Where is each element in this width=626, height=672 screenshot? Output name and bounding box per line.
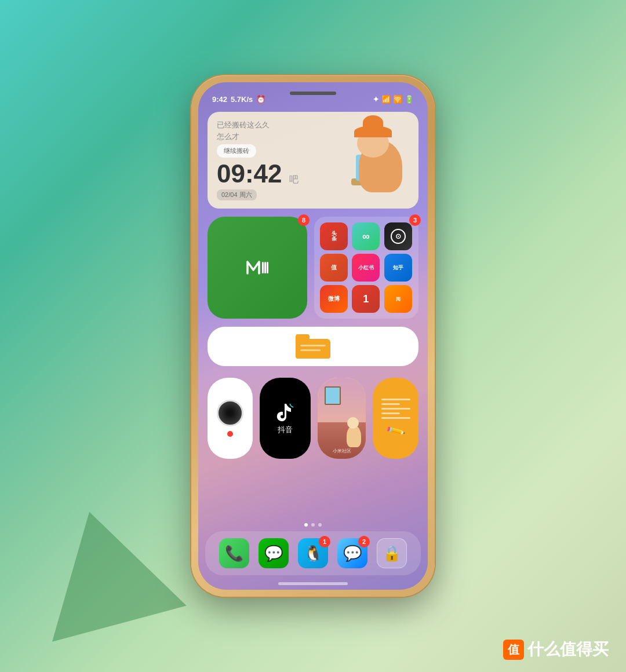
page-dot-2[interactable] xyxy=(311,523,315,527)
status-time: 9:42 xyxy=(212,95,227,104)
speaker xyxy=(290,92,336,95)
tiktok-icon xyxy=(275,401,296,422)
app-meituan[interactable]: ⊙ xyxy=(384,222,412,250)
illustration-pill-widget[interactable]: 小米社区 xyxy=(318,378,366,459)
camera-pill-widget[interactable] xyxy=(208,378,253,459)
continue-btn[interactable]: 继续搬砖 xyxy=(217,144,256,158)
widget-row-1: 8 3 xyxy=(208,217,418,319)
app-cainiao[interactable]: ∞ xyxy=(352,222,380,250)
app-xiaohongshu[interactable]: 小红书 xyxy=(352,254,380,282)
dock-messages[interactable]: 💬 2 xyxy=(337,538,367,568)
notes-pill-widget[interactable]: ✏️ xyxy=(373,378,418,459)
status-left: 9:42 5.7K/s ⏰ xyxy=(212,95,265,104)
phone-screen: 9:42 5.7K/s ⏰ ✦ 📶 🛜 🔋 已经搬砖这么久 怎么才 继续搬砖 xyxy=(198,82,428,590)
bluetooth-icon: ✦ xyxy=(373,95,379,104)
page-dots xyxy=(198,518,428,531)
screen-content: 已经搬砖这么久 怎么才 继续搬砖 09:42 吧 02/04 周六 xyxy=(198,107,428,518)
illus-text: 小米社区 xyxy=(333,448,351,454)
watermark: 值 什么值得买 xyxy=(503,638,609,660)
clock-time: 09:42 吧 xyxy=(217,161,351,187)
page-dot-3[interactable] xyxy=(318,523,322,527)
dock-lock[interactable]: 🔒 xyxy=(377,538,407,568)
notes-line-1 xyxy=(381,399,410,400)
dock-phone[interactable]: 📞 xyxy=(219,538,249,568)
page-dot-1[interactable] xyxy=(304,523,308,527)
svg-rect-1 xyxy=(262,262,264,273)
app-yidong[interactable]: 1 xyxy=(352,285,380,313)
clock-character xyxy=(351,129,409,192)
wifi-icon: 🛜 xyxy=(393,95,402,104)
app-grid: 头条 ∞ ⊙ 值 小红书 xyxy=(320,222,413,313)
clock-label: 怎么才 xyxy=(217,132,351,142)
dock: 📞 💬 🐧 1 💬 2 🔒 xyxy=(205,531,421,575)
app-special[interactable]: 阅 xyxy=(384,285,412,313)
folder-badge: 3 xyxy=(409,214,421,226)
status-speed: 5.7K/s xyxy=(231,95,253,104)
clock-suffix: 吧 xyxy=(289,174,299,184)
app-zhihu[interactable]: 知乎 xyxy=(384,254,412,282)
char-hat-top xyxy=(363,115,383,130)
app-weibo[interactable]: 微博 xyxy=(320,285,348,313)
illus-content: 小米社区 xyxy=(318,378,366,459)
watermark-label: 什么值得买 xyxy=(527,638,609,660)
notes-line-4 xyxy=(381,412,401,414)
notes-line-3 xyxy=(381,408,410,410)
dock-qq[interactable]: 🐧 1 xyxy=(298,538,328,568)
messages-badge: 2 xyxy=(358,536,370,547)
bottom-widgets-row: 抖音 小米社区 xyxy=(208,378,418,459)
app-zhi[interactable]: 值 xyxy=(320,254,348,282)
xiaomi-icon xyxy=(243,259,272,276)
xiaomi-home-widget[interactable]: 8 xyxy=(208,217,307,319)
battery-icon: 🔋 xyxy=(405,95,414,104)
camera-lens xyxy=(217,400,243,426)
notes-line-2 xyxy=(381,403,401,405)
app-folder-widget[interactable]: 3 头条 ∞ ⊙ 值 xyxy=(314,217,418,319)
svg-rect-2 xyxy=(264,262,266,273)
xiaomi-badge: 8 xyxy=(298,214,310,226)
widget-row-2 xyxy=(208,327,418,366)
clock-date: 02/04 周六 xyxy=(217,189,257,200)
qq-badge: 1 xyxy=(319,536,330,547)
svg-rect-3 xyxy=(267,262,268,273)
clock-widget[interactable]: 已经搬砖这么久 怎么才 继续搬砖 09:42 吧 02/04 周六 xyxy=(208,112,418,209)
notes-pen-icon: ✏️ xyxy=(385,420,406,441)
phone-frame: 9:42 5.7K/s ⏰ ✦ 📶 🛜 🔋 已经搬砖这么久 怎么才 继续搬砖 xyxy=(191,75,435,597)
notes-lines xyxy=(381,399,410,419)
tiktok-icon-wrapper: 抖音 xyxy=(275,401,296,435)
decorative-triangle xyxy=(22,494,187,641)
tiktok-label: 抖音 xyxy=(278,425,293,435)
dock-wechat[interactable]: 💬 xyxy=(259,538,289,568)
clock-subtitle: 已经搬砖这么久 xyxy=(217,120,351,130)
watermark-logo: 值 xyxy=(503,640,524,660)
tiktok-pill-widget[interactable]: 抖音 xyxy=(260,378,311,459)
signal-icon: 📶 xyxy=(381,95,391,104)
alarm-icon: ⏰ xyxy=(256,95,265,104)
app-toutiao[interactable]: 头条 xyxy=(320,222,348,250)
home-indicator[interactable] xyxy=(278,582,348,585)
camera-dot xyxy=(227,431,233,437)
status-bar: 9:42 5.7K/s ⏰ ✦ 📶 🛜 🔋 xyxy=(198,87,428,107)
status-right: ✦ 📶 🛜 🔋 xyxy=(373,95,414,104)
clock-left: 已经搬砖这么久 怎么才 继续搬砖 09:42 吧 02/04 周六 xyxy=(217,120,351,200)
notes-line-5 xyxy=(381,417,410,419)
folder-pill-widget[interactable] xyxy=(208,327,418,366)
